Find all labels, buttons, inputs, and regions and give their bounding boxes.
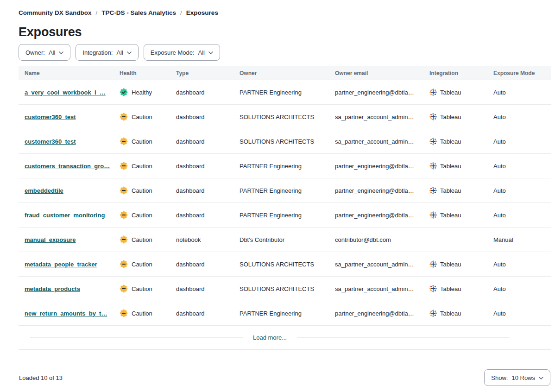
exposure-name-link[interactable]: metadata_products [25, 285, 80, 292]
loaded-count: Loaded 10 of 13 [19, 374, 63, 381]
exposure-name-link[interactable]: fraud_customer_monitoring [25, 212, 105, 219]
tableau-icon [429, 260, 437, 268]
table-row: customer360_test [19, 105, 551, 129]
exposure-name-link[interactable]: new_return_amounts_by_t… [25, 310, 107, 317]
tableau-icon [429, 310, 437, 317]
health-badge-icon [120, 235, 128, 244]
column-header-owner: Owner [233, 70, 329, 76]
breadcrumb-separator: / [180, 9, 182, 16]
tableau-icon [429, 113, 437, 120]
integration-cell-content: Tableau [429, 211, 461, 219]
owner-email: partner_engineering@dbtla… [329, 212, 423, 219]
table-footer: Loaded 10 of 13 Show: 10 Rows [19, 369, 551, 386]
table-row: new_return_amounts_by_t… [19, 301, 551, 326]
exposure-name-link[interactable]: customer360_test [25, 138, 76, 145]
exposure-mode: Auto [487, 163, 551, 170]
table-header-row: Name Health Type Owner Owner email Integ… [19, 66, 551, 80]
health-badge-icon [120, 162, 128, 170]
exposure-name-link[interactable]: manual_exposure [25, 236, 76, 243]
table-row: customer360_test [19, 129, 551, 154]
owner-email: sa_partner_account_admin… [329, 114, 423, 120]
health-badge-icon [120, 113, 128, 121]
breadcrumb-item-account[interactable]: Community DX Sandbox [19, 9, 92, 16]
breadcrumb-separator: / [96, 9, 98, 16]
health-label: Caution [132, 187, 152, 194]
exposure-type: dashboard [170, 163, 233, 170]
owner-email: sa_partner_account_admin… [329, 261, 423, 268]
divider-line [30, 337, 243, 338]
exposure-mode-filter-button[interactable]: Exposure Mode: All [144, 44, 220, 61]
integration-label: Tableau [440, 163, 461, 170]
tableau-icon [429, 89, 437, 96]
exposure-type: notebook [170, 236, 233, 243]
breadcrumb-item-project[interactable]: TPC-DS - Sales Analytics [101, 9, 176, 16]
integration-cell-content: Tableau [429, 138, 461, 145]
table-row: customers_transaction_gro… [19, 154, 551, 178]
integration-label: Tableau [440, 261, 461, 268]
chevron-down-icon [539, 377, 543, 379]
exposure-mode: Auto [487, 187, 551, 194]
exposure-mode: Auto [487, 114, 551, 120]
exposure-type: dashboard [170, 261, 233, 268]
integration-label: Tableau [440, 114, 461, 120]
health-label: Caution [132, 114, 152, 120]
integration-label: Tableau [440, 212, 461, 219]
filter-value: All [116, 49, 123, 56]
owner-email: partner_engineering@dbtla… [329, 163, 423, 170]
table-row: manual_exposure [19, 228, 551, 252]
exposures-page: Community DX Sandbox / TPC-DS - Sales An… [0, 0, 555, 386]
health-label: Healthy [132, 89, 152, 96]
breadcrumb-item-current: Exposures [186, 9, 218, 16]
owner-name: Dbt's Contributor [233, 236, 329, 243]
exposure-mode: Auto [487, 89, 551, 96]
exposure-type: dashboard [170, 310, 233, 317]
owner-name: SOLUTIONS ARCHITECTS [233, 138, 329, 145]
tableau-icon [429, 187, 437, 194]
integration-label: Tableau [440, 89, 461, 96]
load-more-link[interactable]: Load more... [253, 334, 287, 341]
health-label: Caution [132, 285, 152, 292]
tableau-icon [429, 162, 437, 170]
exposure-name-link[interactable]: embeddedtile [25, 187, 63, 194]
table-body: a_very_cool_workbook_i_… [19, 80, 551, 326]
integration-label: Tableau [440, 187, 461, 194]
chevron-down-icon [127, 51, 132, 54]
owner-filter-button[interactable]: Owner: All [19, 44, 70, 61]
owner-email: partner_engineering@dbtla… [329, 187, 423, 194]
table-row: fraud_customer_monitoring [19, 203, 551, 228]
owner-email: sa_partner_account_admin… [329, 285, 423, 292]
table-row: metadata_products [19, 277, 551, 301]
page-title: Exposures [19, 25, 551, 39]
health-badge-icon [120, 285, 128, 293]
breadcrumb: Community DX Sandbox / TPC-DS - Sales An… [19, 0, 551, 16]
exposure-name-link[interactable]: customers_transaction_gro… [25, 163, 110, 170]
exposure-name-link[interactable]: a_very_cool_workbook_i_… [25, 89, 106, 96]
exposure-mode: Manual [487, 236, 551, 243]
exposure-name-link[interactable]: customer360_test [25, 114, 76, 120]
chevron-down-icon [59, 51, 63, 54]
owner-email: partner_engineering@dbtla… [329, 89, 423, 96]
exposure-mode: Auto [487, 261, 551, 268]
owner-name: SOLUTIONS ARCHITECTS [233, 285, 329, 292]
divider-line [297, 337, 510, 338]
filter-label: Integration: [82, 49, 113, 56]
show-rows-button[interactable]: Show: 10 Rows [484, 369, 550, 386]
health-badge-icon [120, 137, 128, 145]
exposure-mode: Auto [487, 310, 551, 317]
exposure-name-link[interactable]: metadata_people_tracker [25, 261, 97, 268]
exposure-type: dashboard [170, 212, 233, 219]
column-header-health: Health [114, 70, 170, 76]
exposure-mode: Auto [487, 138, 551, 145]
owner-name: PARTNER Engineering [233, 163, 329, 170]
exposures-table: Name Health Type Owner Owner email Integ… [19, 66, 551, 350]
health-badge-icon [120, 186, 128, 195]
health-label: Caution [132, 163, 152, 170]
integration-cell-content: Tableau [429, 285, 461, 292]
exposure-type: dashboard [170, 285, 233, 292]
column-header-owner-email: Owner email [329, 70, 423, 76]
filter-label: Exposure Mode: [151, 49, 195, 56]
health-label: Caution [132, 138, 152, 145]
owner-email: contributor@dbt.com [329, 236, 423, 243]
integration-filter-button[interactable]: Integration: All [76, 44, 139, 61]
owner-email: sa_partner_account_admin… [329, 138, 423, 145]
